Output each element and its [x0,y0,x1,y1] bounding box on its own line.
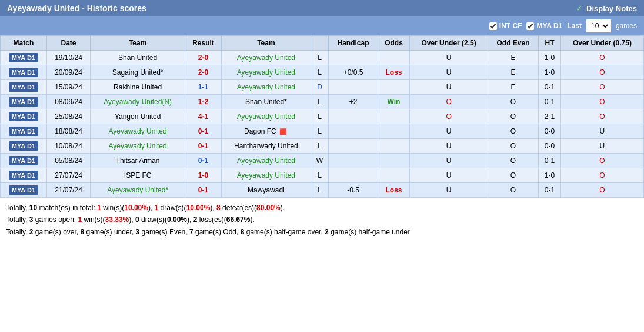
footer-line1: Totally, 10 match(es) in total: 1 win(s)… [6,202,638,214]
match-badge: MYA D1 [9,53,38,62]
games-select[interactable]: 5 10 15 20 30 50 [586,19,611,32]
team1-cell: Ayeyawady United [91,124,185,139]
result-cell: 1-0 [185,168,222,183]
result-cell: 0-1 [185,124,222,139]
intcf-checkbox[interactable] [489,22,497,30]
date-cell: 27/07/24 [46,168,91,183]
team1-cell: Ayeyawady United* [91,183,185,198]
date-cell: 25/08/24 [46,109,91,124]
team1-cell: Ayeyawady United [91,139,185,154]
scores-table: Match Date Team Result Team Handicap Odd… [0,35,644,198]
team1-cell: Yangon United [91,109,185,124]
match-badge: MYA D1 [9,171,38,180]
ou075-cell: O [560,80,643,95]
table-row: MYA D120/09/24Sagaing United*2-0Ayeyawad… [1,65,644,80]
footer-line2: Totally, 3 games open: 1 win(s)(33.33%),… [6,214,638,225]
ht-cell: 0-1 [539,183,561,198]
col-team2: Team [221,36,311,51]
date-cell: 19/10/24 [46,51,91,65]
ou075-cell: O [560,65,643,80]
footer-line3: Totally, 2 game(s) over, 8 game(s) under… [6,226,638,238]
table-row: MYA D108/09/24Ayeyawady United(N)1-2Shan… [1,95,644,109]
myad1-label: MYA D1 [536,22,562,30]
ou25-cell: U [410,65,488,80]
table-row: MYA D127/07/24ISPE FC1-0Ayeyawady United… [1,168,644,183]
result-cell: 0-1 [185,154,222,168]
check-icon: ✓ [576,4,583,13]
outcome-cell: L [311,65,328,80]
result-cell: 2-0 [185,51,222,65]
handicap-cell [329,109,378,124]
team2-cell: Hantharwady United [221,139,311,154]
team1-cell: Shan United [91,51,185,65]
odds-cell: Win [378,95,409,109]
handicap-cell [329,51,378,65]
ou25-cell: U [410,168,488,183]
match-badge-cell: MYA D1 [1,51,47,65]
header: Ayeyawady United - Historic scores ✓ Dis… [0,0,644,16]
ou25-cell: U [410,80,488,95]
header-right: ✓ Display Notes [576,4,637,13]
ou075-cell: O [560,51,643,65]
outcome-cell: L [311,183,328,198]
ou25-cell: U [410,183,488,198]
oddeven-cell: O [488,109,538,124]
match-badge: MYA D1 [9,97,38,107]
match-badge: MYA D1 [9,68,38,77]
match-badge-cell: MYA D1 [1,65,47,80]
ou25-cell: U [410,139,488,154]
games-label: games [616,22,637,30]
odds-cell [378,109,409,124]
oddeven-cell: O [488,154,538,168]
filter-bar: INT CF MYA D1 Last 5 10 15 20 30 50 game… [0,16,644,35]
oddeven-cell: O [488,124,538,139]
myad1-checkbox[interactable] [526,22,534,30]
outcome-cell: L [311,109,328,124]
intcf-filter[interactable]: INT CF [489,22,522,30]
match-badge-cell: MYA D1 [1,109,47,124]
oddeven-cell: O [488,139,538,154]
team2-cell: Dagon FC🟥 [221,124,311,139]
col-team1: Team [91,36,185,51]
result-cell: 1-2 [185,95,222,109]
ou075-cell: O [560,168,643,183]
myad1-filter[interactable]: MYA D1 [526,22,562,30]
ou075-cell: O [560,183,643,198]
ht-cell: 0-1 [539,95,561,109]
odds-cell: Loss [378,65,409,80]
team2-cell: Ayeyawady United [221,51,311,65]
odds-cell [378,168,409,183]
ht-cell: 0-0 [539,139,561,154]
date-cell: 20/09/24 [46,65,91,80]
team2-cell: Shan United* [221,95,311,109]
display-notes-label: Display Notes [586,4,637,13]
ou25-cell: U [410,124,488,139]
odds-cell [378,80,409,95]
handicap-cell [329,80,378,95]
match-badge: MYA D1 [9,141,38,151]
team2-cell: Ayeyawady United [221,109,311,124]
ou075-cell: O [560,154,643,168]
ou25-cell: O [410,95,488,109]
outcome-cell: L [311,51,328,65]
oddeven-cell: O [488,183,538,198]
last-label: Last [567,22,582,30]
ou075-cell: U [560,139,643,154]
red-card-icon: 🟥 [278,128,288,135]
date-cell: 05/08/24 [46,154,91,168]
ou25-cell: O [410,109,488,124]
match-badge: MYA D1 [9,185,38,195]
footer-section: Totally, 10 match(es) in total: 1 win(s)… [0,198,644,241]
outcome-cell: L [311,124,328,139]
col-result: Result [185,36,222,51]
handicap-cell: +0/0.5 [329,65,378,80]
outcome-cell: L [311,139,328,154]
match-badge-cell: MYA D1 [1,95,47,109]
handicap-cell [329,124,378,139]
ht-cell: 0-0 [539,124,561,139]
date-cell: 10/08/24 [46,139,91,154]
oddeven-cell: E [488,51,538,65]
date-cell: 08/09/24 [46,95,91,109]
team2-cell: Ayeyawady United [221,168,311,183]
odds-cell: Loss [378,183,409,198]
